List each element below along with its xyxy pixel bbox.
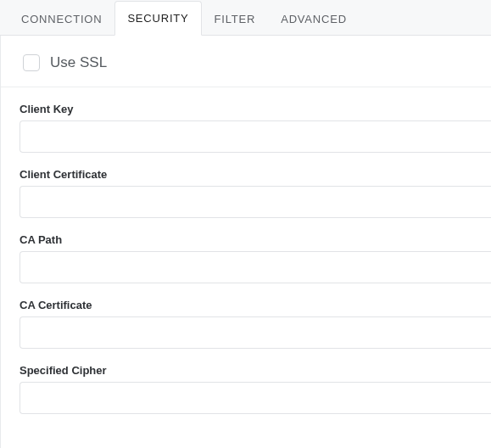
client-key-field: Client Key bbox=[20, 103, 491, 153]
use-ssl-checkbox[interactable] bbox=[23, 54, 40, 71]
tab-bar: CONNECTION SECURITY FILTER ADVANCED bbox=[0, 0, 491, 36]
security-fields: Client Key Client Certificate CA Path CA… bbox=[1, 103, 491, 414]
ca-certificate-field: CA Certificate bbox=[20, 299, 491, 349]
ca-path-field: CA Path bbox=[20, 233, 491, 283]
use-ssl-row: Use SSL bbox=[1, 36, 491, 87]
ca-certificate-label: CA Certificate bbox=[20, 299, 491, 311]
client-key-label: Client Key bbox=[20, 103, 491, 115]
client-certificate-field: Client Certificate bbox=[20, 168, 491, 218]
client-certificate-input[interactable] bbox=[20, 186, 491, 218]
tab-advanced[interactable]: ADVANCED bbox=[268, 1, 360, 36]
client-key-input[interactable] bbox=[20, 120, 491, 153]
client-certificate-label: Client Certificate bbox=[20, 168, 491, 181]
tab-filter[interactable]: FILTER bbox=[202, 1, 269, 36]
use-ssl-label: Use SSL bbox=[50, 54, 107, 71]
ca-certificate-input[interactable] bbox=[20, 316, 491, 349]
specified-cipher-field: Specified Cipher bbox=[20, 364, 491, 414]
tab-connection[interactable]: CONNECTION bbox=[8, 1, 114, 36]
tab-security[interactable]: SECURITY bbox=[114, 1, 201, 36]
security-panel: Use SSL Client Key Client Certificate CA… bbox=[0, 36, 491, 448]
specified-cipher-label: Specified Cipher bbox=[20, 364, 491, 377]
ca-path-input[interactable] bbox=[20, 251, 491, 283]
specified-cipher-input[interactable] bbox=[20, 382, 491, 414]
ca-path-label: CA Path bbox=[20, 233, 491, 246]
